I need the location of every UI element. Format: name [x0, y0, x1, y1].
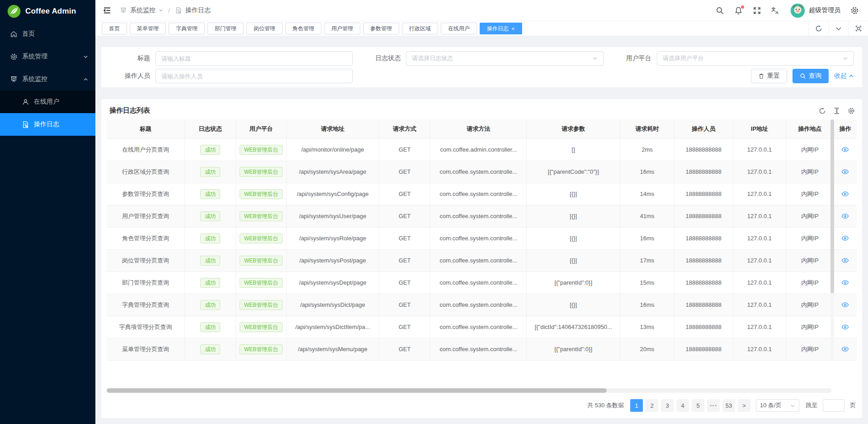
- tab-7[interactable]: 参数管理: [363, 23, 399, 34]
- platform-tag: WEB管理后台: [240, 322, 283, 332]
- cell-title: 岗位管理分页查询: [107, 249, 184, 272]
- tab-bar: 首页菜单管理字典管理部门管理岗位管理角色管理用户管理参数管理行政区域在线用户操作…: [95, 21, 868, 36]
- user-platform-select[interactable]: 请选择用户平台: [657, 51, 854, 66]
- tab-close-icon[interactable]: ×: [511, 26, 515, 32]
- view-detail-button[interactable]: [841, 323, 849, 331]
- cell-actions: [834, 272, 857, 294]
- sidebar-item-system-management[interactable]: 系统管理: [0, 45, 95, 68]
- settings-gear-icon[interactable]: [850, 6, 859, 15]
- cell-actions: [834, 227, 857, 249]
- view-detail-button[interactable]: [841, 146, 849, 153]
- reset-button[interactable]: 重置: [751, 69, 787, 83]
- tab-1[interactable]: 菜单管理: [130, 23, 166, 34]
- vertical-scrollbar[interactable]: [830, 119, 834, 361]
- page-button-4[interactable]: 4: [676, 399, 689, 412]
- platform-tag: WEB管理后台: [240, 189, 283, 199]
- cell-status: 成功: [184, 294, 236, 316]
- page-button-3[interactable]: 3: [661, 399, 674, 412]
- user-name[interactable]: 超级管理员: [809, 6, 840, 14]
- cell-location: 内网IP: [786, 294, 834, 316]
- sidebar-item-system-monitor[interactable]: 系统监控: [0, 68, 95, 91]
- maximize-content-button[interactable]: [848, 21, 868, 36]
- platform-tag: WEB管理后台: [240, 344, 283, 354]
- main-area: 系统监控 / 操作日志: [95, 0, 868, 424]
- view-detail-button[interactable]: [841, 168, 849, 176]
- page-button-53[interactable]: 53: [722, 399, 735, 412]
- view-detail-button[interactable]: [841, 212, 849, 220]
- search-icon[interactable]: [716, 6, 724, 15]
- logo[interactable]: Coffee Admin: [0, 0, 95, 23]
- cell-duration: 2ms: [620, 138, 675, 161]
- sidebar-item-home[interactable]: 首页: [0, 23, 95, 45]
- vertical-scrollbar-thumb[interactable]: [830, 119, 834, 293]
- tab-9[interactable]: 在线用户: [441, 23, 477, 34]
- search-button[interactable]: 查询: [793, 69, 829, 83]
- cell-operator: 18888888888: [674, 272, 733, 294]
- page-size-select[interactable]: 10 条/页: [756, 399, 799, 412]
- cell-method: GET: [379, 294, 430, 316]
- view-eye-icon: [841, 234, 849, 242]
- cell-url: /api/monitor/online/page: [286, 138, 379, 161]
- cell-duration: 16ms: [620, 227, 675, 249]
- view-detail-button[interactable]: [841, 301, 849, 309]
- horizontal-scrollbar-thumb[interactable]: [107, 388, 607, 393]
- tab-6[interactable]: 用户管理: [324, 23, 360, 34]
- cell-location: 内网IP: [786, 249, 834, 272]
- column-header-9: IP地址: [733, 119, 786, 138]
- sidebar-item-operation-log[interactable]: 操作日志: [0, 113, 95, 136]
- refresh-icon[interactable]: [819, 107, 826, 114]
- user-icon: [22, 98, 29, 106]
- horizontal-scrollbar[interactable]: [107, 388, 831, 393]
- jump-page-input[interactable]: [823, 399, 844, 412]
- cell-status: 成功: [184, 249, 236, 272]
- breadcrumb-item[interactable]: 系统监控: [130, 6, 156, 14]
- menu-fold-icon[interactable]: [103, 6, 112, 15]
- platform-tag: WEB管理后台: [240, 211, 283, 221]
- operator-input[interactable]: [156, 69, 353, 83]
- status-tag: 成功: [200, 189, 220, 199]
- notification-bell[interactable]: [734, 6, 743, 15]
- filter-panel: 标题 日志状态 请选择日志状态 用户平台 请选择用户平台 操作人员: [101, 47, 862, 87]
- tab-options-button[interactable]: [828, 21, 848, 36]
- tab-4[interactable]: 岗位管理: [246, 23, 283, 34]
- cell-params: [{}]: [527, 205, 620, 227]
- page-button-5[interactable]: 5: [692, 399, 704, 412]
- page-button-1[interactable]: 1: [630, 399, 643, 412]
- view-detail-button[interactable]: [841, 345, 849, 353]
- search-icon: [800, 73, 806, 79]
- view-detail-button[interactable]: [841, 234, 849, 242]
- monitor-icon: [10, 76, 18, 83]
- title-input[interactable]: [156, 51, 353, 66]
- collapse-filter-link[interactable]: 收起: [834, 72, 854, 80]
- tab-3[interactable]: 部门管理: [208, 23, 244, 34]
- chevron-down-icon[interactable]: [159, 8, 163, 13]
- tab-list: 首页菜单管理字典管理部门管理岗位管理角色管理用户管理参数管理行政区域在线用户操作…: [102, 23, 808, 34]
- platform-tag: WEB管理后台: [240, 233, 283, 243]
- view-detail-button[interactable]: [841, 279, 849, 286]
- refresh-tab-button[interactable]: [808, 21, 828, 36]
- cell-title: 参数管理分页查询: [107, 183, 184, 205]
- tab-5[interactable]: 角色管理: [285, 23, 321, 34]
- view-eye-icon: [841, 190, 849, 198]
- page-button-2[interactable]: 2: [646, 399, 658, 412]
- row-density-icon[interactable]: [833, 107, 840, 114]
- view-detail-button[interactable]: [841, 190, 849, 198]
- cell-duration: 41ms: [620, 205, 675, 227]
- view-detail-button[interactable]: [841, 257, 849, 264]
- tab-8[interactable]: 行政区域: [402, 23, 438, 34]
- tab-0[interactable]: 首页: [102, 23, 127, 34]
- fullscreen-icon[interactable]: [753, 6, 761, 15]
- tab-2[interactable]: 字典管理: [169, 23, 205, 34]
- tab-10[interactable]: 操作日志×: [480, 23, 522, 34]
- cell-handler: com.coffee.system.controlle...: [430, 272, 527, 294]
- table-row: 行政区域分页查询成功WEB管理后台/api/system/sysArea/pag…: [107, 161, 857, 183]
- translate-icon[interactable]: 文 A: [771, 6, 780, 15]
- table-title: 操作日志列表: [109, 106, 150, 115]
- sidebar-item-online-users[interactable]: 在线用户: [0, 91, 95, 113]
- cell-handler: com.coffee.system.controlle...: [430, 227, 527, 249]
- sidebar-submenu: 在线用户 操作日志: [0, 91, 95, 136]
- avatar[interactable]: [791, 4, 805, 18]
- next-page-button[interactable]: >: [738, 399, 750, 412]
- column-settings-icon[interactable]: [848, 107, 855, 114]
- log-status-select[interactable]: 请选择日志状态: [406, 51, 603, 66]
